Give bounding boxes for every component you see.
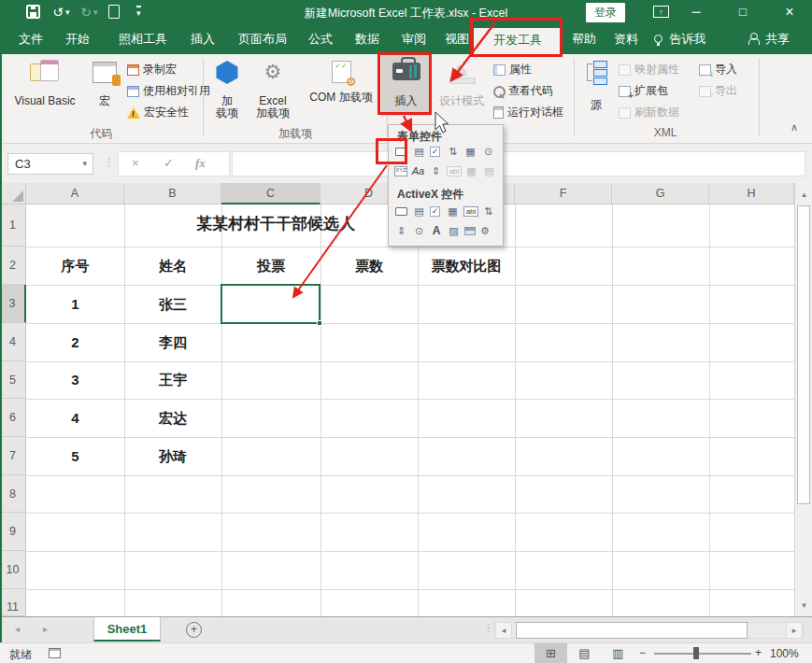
sheet-tab-sheet1-active[interactable]: Sheet1 — [93, 617, 161, 642]
column-header-f[interactable]: F — [515, 183, 612, 205]
view-page-break-button[interactable]: ▥ — [602, 643, 634, 663]
maximize-button[interactable]: □ — [727, 0, 759, 24]
run-dialog-button[interactable]: 运行对话框 — [493, 105, 563, 123]
vertical-scroll-thumb[interactable] — [797, 205, 810, 504]
tab-insert[interactable]: 插入 — [181, 24, 224, 54]
cell-a6[interactable]: 4 — [26, 399, 124, 437]
macro-security-button[interactable]: 宏安全性 — [127, 105, 189, 123]
cell-title-row1[interactable]: 某某村村干干部候选人 — [196, 213, 355, 234]
row-header-3-active[interactable]: 3 — [0, 285, 26, 323]
column-header-b[interactable]: B — [124, 183, 221, 205]
tab-home[interactable]: 开始 — [56, 24, 99, 54]
activex-checkbox-icon[interactable]: ✓ — [430, 206, 440, 217]
zoom-in-icon[interactable]: + — [755, 646, 762, 659]
cell-a4[interactable]: 2 — [26, 323, 124, 361]
form-checkbox-icon[interactable]: ✓ — [430, 147, 440, 157]
form-label-icon[interactable]: Aa — [411, 165, 425, 176]
sheet-nav-left-icon[interactable]: ◂ — [15, 624, 20, 634]
splitter-handle[interactable]: ⋮ — [484, 623, 493, 633]
expansion-packs-button[interactable]: 扩展包 — [619, 83, 668, 102]
close-button[interactable]: × — [774, 0, 805, 24]
row-header-11[interactable]: 11 — [0, 589, 26, 616]
sheet-nav-right-icon[interactable]: ▸ — [43, 624, 48, 634]
import-button[interactable]: 导入 — [699, 62, 737, 80]
tab-help[interactable]: 帮助 — [563, 24, 605, 54]
activex-scroll-bar-icon[interactable]: ⇕ — [394, 224, 408, 237]
tab-ziliao[interactable]: 资料 — [605, 24, 648, 54]
vertical-scrollbar[interactable]: ▴ ▾ — [794, 183, 812, 616]
activex-toggle-button-icon[interactable] — [464, 227, 476, 235]
row-header-5[interactable]: 5 — [0, 361, 26, 399]
tab-page-layout[interactable]: 页面布局 — [226, 24, 299, 54]
fill-handle[interactable] — [317, 320, 322, 326]
xml-source-button[interactable]: 源 — [579, 58, 613, 125]
view-page-layout-button[interactable]: ▤ — [568, 643, 601, 663]
activex-more-controls-icon[interactable]: ⚙ — [480, 225, 496, 237]
name-box[interactable]: C3 ▾ — [7, 153, 93, 175]
zoom-slider-thumb[interactable] — [693, 647, 699, 659]
row-header-10[interactable]: 10 — [0, 551, 26, 589]
cell-b5[interactable]: 王宇 — [124, 361, 221, 399]
tab-review[interactable]: 审阅 — [392, 24, 435, 54]
use-relative-references-button[interactable]: 使用相对引用 — [127, 83, 210, 102]
form-list-box-icon[interactable]: ▦ — [463, 145, 477, 158]
formula-input[interactable] — [232, 151, 805, 176]
scroll-down-icon[interactable]: ▾ — [795, 596, 812, 614]
active-cell-c3[interactable] — [221, 284, 321, 324]
column-header-c-active[interactable]: C — [221, 183, 321, 205]
select-all-corner[interactable] — [0, 183, 26, 205]
row-header-4[interactable]: 4 — [0, 323, 26, 361]
cell-d2[interactable]: 票数 — [321, 247, 418, 285]
cell-b7[interactable]: 孙琦 — [124, 437, 221, 475]
column-header-g[interactable]: G — [612, 183, 709, 205]
tab-file[interactable]: 文件 — [9, 24, 52, 54]
cell-a2[interactable]: 序号 — [26, 247, 124, 285]
form-group-box-icon[interactable]: XYZ — [394, 166, 407, 176]
row-header-9[interactable]: 9 — [0, 513, 26, 551]
cell-c2[interactable]: 投票 — [221, 247, 321, 285]
form-combo-box-icon[interactable]: ▤ — [412, 145, 426, 158]
com-addins-button[interactable]: ✓✓ COM 加载项 — [299, 58, 383, 125]
horizontal-scroll-thumb[interactable] — [516, 622, 748, 639]
activex-combo-box-icon[interactable]: ▤ — [412, 205, 426, 218]
scroll-up-icon[interactable]: ▴ — [795, 185, 812, 204]
tab-formulas[interactable]: 公式 — [299, 24, 342, 54]
activex-command-button-icon[interactable] — [395, 207, 407, 216]
record-macro-button[interactable]: 录制宏 — [127, 62, 177, 80]
row-header-6[interactable]: 6 — [0, 399, 26, 437]
sign-in-button[interactable]: 登录 — [586, 3, 625, 22]
grid-cells[interactable]: 某某村村干干部候选人 序号 姓名 投票 票数 票数对比图 1 张三 2 李四 3… — [26, 205, 794, 616]
minimize-button[interactable]: ─ — [680, 0, 712, 24]
visual-basic-button[interactable]: Visual Basic — [6, 58, 84, 125]
activex-list-box-icon[interactable]: ▦ — [446, 205, 460, 218]
zoom-out-icon[interactable]: − — [639, 646, 646, 659]
cell-a5[interactable]: 3 — [26, 361, 124, 399]
name-box-dropdown-icon[interactable]: ▾ — [82, 154, 87, 174]
form-option-button-icon[interactable]: ⊙ — [481, 145, 495, 158]
cell-b6[interactable]: 宏达 — [124, 399, 221, 437]
zoom-level-label[interactable]: 100% — [770, 647, 799, 660]
activex-spin-button-icon[interactable]: ⇅ — [481, 205, 495, 218]
view-normal-button[interactable]: ⊞ — [534, 643, 567, 663]
column-header-a[interactable]: A — [26, 183, 124, 205]
tab-data[interactable]: 数据 — [346, 24, 389, 54]
cell-b3[interactable]: 张三 — [124, 285, 221, 323]
cell-b2[interactable]: 姓名 — [124, 247, 221, 285]
cell-a3[interactable]: 1 — [26, 285, 124, 323]
ribbon-display-options-icon[interactable]: ↑ — [653, 6, 669, 18]
tab-camera-tool[interactable]: 照相工具 — [107, 24, 179, 54]
zoom-slider-track[interactable] — [654, 653, 751, 655]
activex-option-button-icon[interactable]: ⊙ — [412, 224, 426, 237]
collapse-ribbon-icon[interactable]: ∧ — [791, 121, 798, 134]
hscroll-left-icon[interactable]: ◂ — [495, 622, 512, 639]
cell-b4[interactable]: 李四 — [124, 323, 221, 361]
activex-label-icon[interactable]: A — [430, 224, 443, 237]
row-header-2[interactable]: 2 — [0, 247, 26, 285]
excel-addins-button[interactable]: ⚙ Excel加载项 — [249, 58, 297, 125]
cell-a7[interactable]: 5 — [26, 437, 124, 475]
tab-tell-me[interactable]: 告诉我 — [663, 24, 712, 54]
properties-button[interactable]: 属性 — [493, 62, 532, 80]
macros-button[interactable]: 宏 — [86, 58, 123, 125]
row-header-8[interactable]: 8 — [0, 475, 26, 513]
row-header-7[interactable]: 7 — [0, 437, 26, 475]
